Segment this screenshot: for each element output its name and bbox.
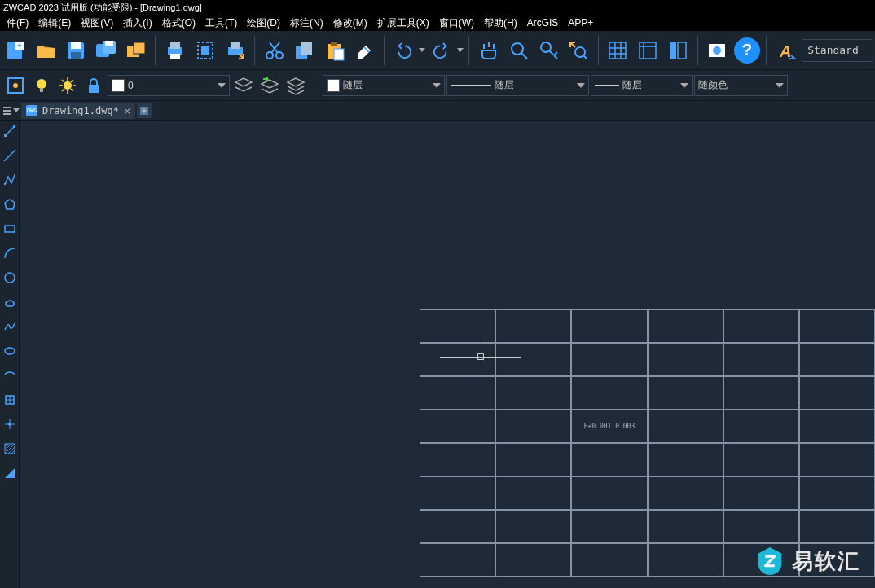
sheet-button[interactable]: [703, 36, 732, 65]
svg-rect-31: [678, 42, 686, 59]
menu-draw[interactable]: 绘图(D): [242, 15, 285, 32]
menu-insert[interactable]: 插入(I): [118, 15, 156, 32]
gradient-tool[interactable]: [2, 466, 17, 480]
svg-point-49: [8, 423, 11, 426]
zoom-window-button[interactable]: [534, 36, 563, 65]
plotstyle-dropdown[interactable]: 随颜色: [694, 75, 788, 96]
undo-button[interactable]: [389, 36, 418, 65]
text-style-value: Standard: [807, 44, 859, 56]
menu-ext[interactable]: 扩展工具(X): [372, 15, 434, 32]
print-button[interactable]: [160, 36, 189, 65]
svg-point-38: [64, 81, 72, 90]
cut-button[interactable]: [260, 36, 288, 65]
watermark-icon: [754, 546, 785, 577]
window-title: ZWCAD 2023 试用版 (功能受限) - [Drawing1.dwg]: [3, 2, 202, 14]
svg-point-35: [13, 83, 18, 88]
pan-button[interactable]: [474, 36, 503, 65]
rectangle-tool[interactable]: [2, 222, 17, 236]
print-preview-button[interactable]: [191, 36, 219, 65]
zoom-prev-button[interactable]: [565, 36, 593, 65]
properties-button[interactable]: [634, 36, 662, 65]
layer-stack-3-button[interactable]: [284, 73, 308, 98]
freeze-button[interactable]: [55, 73, 80, 98]
menu-arcgis[interactable]: ArcGIS: [522, 15, 564, 30]
help-button[interactable]: ?: [732, 36, 761, 65]
toolbar-main: +: [0, 31, 875, 70]
new-tab-button[interactable]: [137, 103, 152, 118]
polygon-tool[interactable]: [2, 197, 17, 212]
linetype-dropdown[interactable]: 随层: [446, 75, 589, 96]
svg-rect-28: [609, 42, 626, 59]
toolbar-layer: 0 随层 随层 随层 随颜色: [0, 70, 875, 101]
help-icon: ?: [734, 37, 760, 64]
main-area: B+0.001.0.003 易软汇: [0, 121, 875, 588]
erase-button[interactable]: [350, 36, 379, 65]
menu-format[interactable]: 格式(O): [157, 15, 200, 32]
color-swatch: [327, 79, 340, 92]
svg-rect-4: [71, 42, 81, 49]
spline-tool[interactable]: [2, 319, 17, 334]
svg-rect-24: [334, 49, 344, 60]
text-style-button[interactable]: A: [772, 36, 800, 65]
svg-rect-37: [40, 89, 43, 92]
svg-rect-15: [201, 46, 209, 55]
tab-handle-icon[interactable]: [3, 106, 11, 116]
document-tab[interactable]: DWG Drawing1.dwg* ×: [21, 103, 135, 119]
layer-dropdown[interactable]: 0: [108, 75, 230, 96]
color-dropdown[interactable]: 随层: [323, 75, 445, 96]
menu-view[interactable]: 视图(V): [76, 15, 118, 32]
svg-rect-42: [13, 125, 15, 128]
separator: [766, 36, 767, 65]
drawing-canvas[interactable]: B+0.001.0.003 易软汇: [20, 121, 875, 588]
layer-visibility-button[interactable]: [3, 73, 28, 98]
separator: [468, 36, 469, 65]
svg-rect-13: [170, 54, 180, 59]
menu-modify[interactable]: 修改(M): [328, 15, 372, 32]
hatch-tool[interactable]: [2, 441, 17, 456]
point-tool[interactable]: [2, 417, 17, 432]
publish-button[interactable]: [221, 36, 249, 65]
new-button[interactable]: +: [2, 36, 30, 65]
lightbulb-button[interactable]: [29, 73, 54, 98]
text-style-dropdown[interactable]: Standard: [802, 39, 873, 62]
lock-button[interactable]: [81, 73, 106, 98]
open-button[interactable]: [32, 36, 60, 65]
zoom-button[interactable]: [504, 36, 533, 65]
undo-dropdown[interactable]: [419, 48, 425, 52]
menu-window[interactable]: 窗口(W): [434, 15, 479, 32]
layer-stack-2-button[interactable]: [257, 73, 282, 98]
ellipse-arc-tool[interactable]: [2, 368, 17, 383]
layer-color-swatch: [112, 79, 125, 92]
layer-stack-1-button[interactable]: [231, 73, 256, 98]
menu-edit[interactable]: 编辑(E): [33, 15, 76, 32]
save-button[interactable]: [62, 36, 90, 65]
table-button[interactable]: [604, 36, 632, 65]
copy-button[interactable]: [290, 36, 319, 65]
block-tool[interactable]: [2, 393, 17, 407]
line-tool[interactable]: [2, 124, 17, 138]
paste-button[interactable]: [320, 36, 349, 65]
arc-tool[interactable]: [2, 246, 17, 261]
menu-tools[interactable]: 工具(T): [200, 15, 242, 32]
svg-rect-45: [5, 226, 15, 232]
menu-dim[interactable]: 标注(N): [285, 15, 328, 32]
menu-help[interactable]: 帮助(H): [479, 15, 522, 32]
polyline-tool[interactable]: [2, 173, 17, 187]
tab-dropdown[interactable]: [13, 108, 20, 112]
saveall-button[interactable]: [122, 36, 151, 65]
revcloud-tool[interactable]: [2, 295, 17, 309]
redo-button[interactable]: [427, 36, 455, 65]
lineweight-dropdown[interactable]: 随层: [591, 75, 693, 96]
ellipse-tool[interactable]: [2, 344, 17, 358]
circle-tool[interactable]: [2, 270, 17, 285]
separator: [598, 36, 599, 65]
drawing-grid: B+0.001.0.003: [420, 309, 875, 577]
menu-file[interactable]: 件(F): [2, 15, 33, 32]
xline-tool[interactable]: [2, 148, 17, 163]
redo-dropdown[interactable]: [457, 48, 464, 52]
menu-app[interactable]: APP+: [563, 15, 598, 30]
design-center-button[interactable]: [664, 36, 693, 65]
watermark-text: 易软汇: [792, 547, 860, 576]
close-icon[interactable]: ×: [124, 104, 130, 117]
saveas-button[interactable]: [92, 36, 121, 65]
